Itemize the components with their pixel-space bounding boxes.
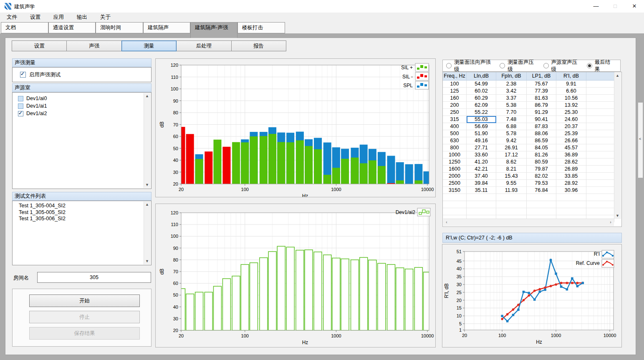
table-cell[interactable]: 3.37	[496, 95, 527, 102]
test-file-item-1[interactable]: Test 1_305-005_SI2	[13, 209, 151, 216]
channel-checkbox[interactable]	[18, 111, 23, 116]
table-cell[interactable]: 42.21	[467, 166, 496, 173]
scroll-left-icon[interactable]: ‹	[443, 219, 450, 226]
table-cell[interactable]: 5.38	[496, 102, 527, 109]
table-cell[interactable]: 2000	[443, 173, 467, 180]
table-cell[interactable]: 100	[443, 81, 467, 88]
sub-tab-4[interactable]: 报告	[231, 40, 286, 51]
table-cell[interactable]: 5.78	[496, 130, 527, 137]
main-tab-0[interactable]: 文档	[1, 22, 48, 33]
table-cell[interactable]: 125	[443, 88, 467, 95]
source-room-item-0[interactable]: Dev1/ai0	[13, 95, 151, 102]
room-name-input[interactable]	[37, 272, 151, 283]
table-cell[interactable]: 33.85	[556, 173, 586, 180]
main-tab-2[interactable]: 混响时间	[96, 22, 143, 33]
table-cell[interactable]	[527, 194, 556, 201]
table-cell[interactable]: 76.84	[527, 187, 556, 194]
table-cell[interactable]: 60.02	[467, 88, 496, 95]
table-cell[interactable]: 39.84	[467, 180, 496, 187]
table-cell[interactable]	[443, 208, 467, 215]
table-cell[interactable]	[467, 194, 496, 201]
table-cell[interactable]	[586, 159, 614, 166]
main-tab-1[interactable]: 通道设置	[48, 22, 96, 33]
table-cell[interactable]: 79.87	[527, 166, 556, 173]
table-cell[interactable]	[586, 81, 614, 88]
main-tab-5[interactable]: 楼板打击	[237, 22, 285, 33]
table-cell[interactable]: 6.60	[556, 88, 586, 95]
table-cell[interactable]	[556, 201, 586, 208]
table-cell[interactable]: 6.88	[496, 123, 527, 130]
table-cell[interactable]: 91.29	[527, 109, 556, 116]
table-cell[interactable]: 630	[443, 137, 467, 144]
table-hscrollbar[interactable]: ‹ ›	[443, 219, 614, 226]
table-cell[interactable]: 26.89	[556, 166, 586, 173]
table-cell[interactable]	[586, 180, 614, 187]
table-cell[interactable]: 7.48	[496, 116, 527, 123]
table-cell[interactable]: 25.30	[556, 109, 586, 116]
start-button[interactable]: 开始	[29, 295, 140, 307]
table-cell[interactable]	[586, 137, 614, 144]
table-cell[interactable]: 55.03	[467, 116, 496, 123]
table-cell[interactable]	[586, 88, 614, 95]
test-file-item-0[interactable]: Test 1_305-004_SI2	[13, 203, 151, 209]
table-cell[interactable]: 37.40	[467, 173, 496, 180]
table-cell[interactable]: 250	[443, 109, 467, 116]
table-cell[interactable]	[586, 123, 614, 130]
table-cell[interactable]: 28.92	[556, 180, 586, 187]
table-cell[interactable]: 3.42	[496, 88, 527, 95]
table-cell[interactable]	[586, 194, 614, 201]
table-cell[interactable]: 26.91	[496, 144, 527, 151]
table-cell[interactable]: 3150	[443, 187, 467, 194]
table-cell[interactable]: 56.69	[467, 123, 496, 130]
table-cell[interactable]: 35.11	[467, 187, 496, 194]
table-cell[interactable]: 55.22	[467, 109, 496, 116]
radio-circle[interactable]	[587, 63, 592, 68]
table-cell[interactable]: 62.09	[467, 102, 496, 109]
scroll-down-icon[interactable]: ▼	[144, 258, 150, 264]
table-cell[interactable]: 81.26	[527, 151, 556, 159]
table-cell[interactable]	[586, 201, 614, 208]
radio-2[interactable]: 声源室声压级	[543, 59, 581, 73]
table-cell[interactable]: 90.41	[527, 116, 556, 123]
table-cell[interactable]: 41.20	[467, 159, 496, 166]
table-cell[interactable]	[443, 201, 467, 208]
table-cell[interactable]: 24.60	[556, 116, 586, 123]
table-cell[interactable]: 51.90	[467, 130, 496, 137]
radio-3[interactable]: 最后结果	[587, 59, 614, 73]
table-cell[interactable]: 315	[443, 116, 467, 123]
table-cell[interactable]	[467, 208, 496, 215]
channel-checkbox[interactable]	[18, 96, 23, 101]
table-cell[interactable]: 1000	[443, 151, 467, 159]
sub-tab-0[interactable]: 设置	[12, 40, 67, 51]
save-results-button[interactable]: 保存结果	[29, 327, 140, 340]
table-cell[interactable]: 45.57	[556, 144, 586, 151]
table-cell[interactable]: 500	[443, 130, 467, 137]
table-cell[interactable]: 84.05	[527, 144, 556, 151]
table-cell[interactable]: 9.91	[556, 81, 586, 88]
table-cell[interactable]: 15.43	[496, 173, 527, 180]
table-cell[interactable]	[586, 116, 614, 123]
table-cell[interactable]	[586, 109, 614, 116]
menu-item-4[interactable]: 关于	[98, 13, 112, 22]
table-cell[interactable]: 25.39	[556, 130, 586, 137]
table-cell[interactable]	[586, 130, 614, 137]
table-cell[interactable]	[496, 201, 527, 208]
minimize-button[interactable]: —	[586, 0, 606, 13]
table-cell[interactable]: 82.02	[527, 173, 556, 180]
menu-item-1[interactable]: 设置	[28, 13, 42, 22]
table-cell[interactable]: 200	[443, 102, 467, 109]
test-files-scrollbar[interactable]: ▲ ▼	[144, 201, 151, 264]
scroll-up-icon[interactable]: ▲	[144, 201, 150, 208]
table-cell[interactable]: 10.56	[556, 95, 586, 102]
table-cell[interactable]: 60.29	[467, 95, 496, 102]
radio-circle[interactable]	[543, 63, 549, 68]
enable-intensity-checkbox[interactable]	[20, 72, 26, 78]
sub-tab-3[interactable]: 后处理	[176, 40, 231, 51]
radio-circle[interactable]	[446, 63, 452, 68]
test-file-item-2[interactable]: Test 1_305-006_SI2	[13, 216, 151, 222]
table-cell[interactable]	[586, 166, 614, 173]
sub-tab-1[interactable]: 声强	[66, 40, 121, 51]
table-cell[interactable]: 17.12	[496, 151, 527, 159]
table-cell[interactable]: 26.66	[556, 137, 586, 144]
table-cell[interactable]	[527, 208, 556, 215]
